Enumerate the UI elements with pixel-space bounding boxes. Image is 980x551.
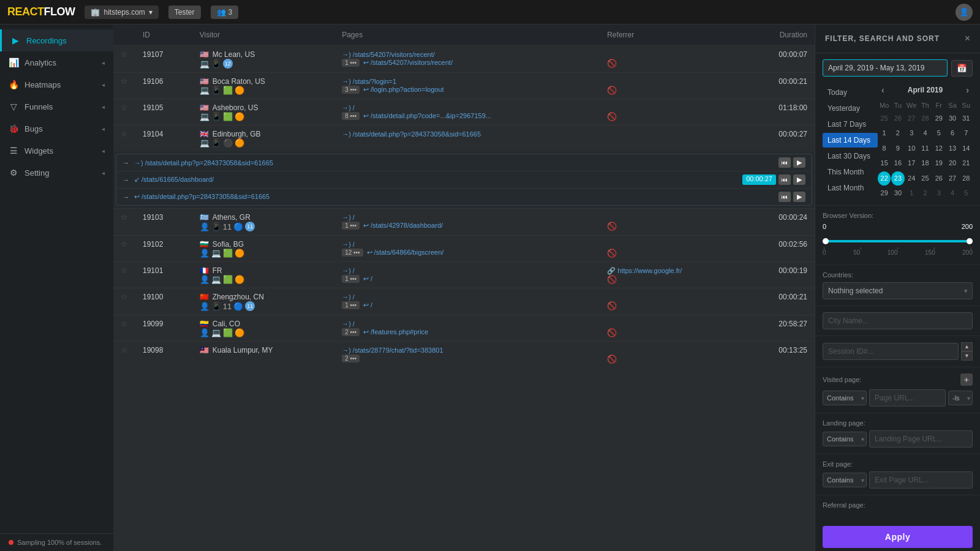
calendar-day-cell[interactable]: 1 xyxy=(905,186,918,200)
star-icon[interactable]: ☆ xyxy=(121,129,128,138)
calendar-day-cell[interactable]: 14 xyxy=(960,141,973,156)
calendar-day-cell[interactable]: 28 xyxy=(919,111,932,126)
sidebar-item-widgets[interactable]: ☰ Widgets ◂ xyxy=(0,140,113,162)
quick-date-last7[interactable]: Last 7 Days xyxy=(823,117,878,132)
star-icon[interactable]: ☆ xyxy=(121,266,128,275)
step-back-button[interactable]: ⏮ xyxy=(778,192,791,202)
table-container[interactable]: ID Visitor Pages Referrer Duration ☆ 191… xyxy=(113,24,815,551)
visited-page-url-input[interactable] xyxy=(869,389,946,407)
sidebar-item-heatmaps[interactable]: 🔥 Heatmaps ◂ xyxy=(0,73,113,96)
calendar-day-cell[interactable]: 10 xyxy=(905,141,918,156)
quick-date-last14[interactable]: Last 14 Days xyxy=(823,133,878,148)
quick-date-yesterday[interactable]: Yesterday xyxy=(823,101,878,116)
city-input[interactable] xyxy=(823,312,973,329)
site-selector[interactable]: 🏢 hitsteps.com ▾ xyxy=(85,6,158,19)
calendar-day-cell[interactable]: 16 xyxy=(891,156,904,170)
calendar-day-cell[interactable]: 21 xyxy=(960,156,973,170)
session-id-up-button[interactable]: ▲ xyxy=(961,342,973,351)
calendar-day-cell[interactable]: 24 xyxy=(905,171,918,186)
team-button[interactable]: 👥 3 xyxy=(211,6,239,19)
calendar-day-cell[interactable]: 8 xyxy=(878,141,891,156)
calendar-day-cell[interactable]: 31 xyxy=(960,111,973,126)
calendar-prev-button[interactable]: ‹ xyxy=(878,84,888,96)
sidebar-item-bugs[interactable]: 🐞 Bugs ◂ xyxy=(0,118,113,140)
calendar-day-cell[interactable]: 4 xyxy=(946,186,959,200)
calendar-day-cell[interactable]: 13 xyxy=(946,141,959,156)
step-back-button[interactable]: ⏮ xyxy=(778,174,791,185)
calendar-day-cell[interactable]: 20 xyxy=(946,156,959,170)
calendar-day-cell[interactable]: 2 xyxy=(891,126,904,140)
calendar-day-cell[interactable]: 3 xyxy=(905,126,918,140)
star-icon[interactable]: ☆ xyxy=(121,319,128,328)
calendar-day-cell[interactable]: 4 xyxy=(919,126,932,140)
date-range-input[interactable] xyxy=(823,59,948,77)
slider-container[interactable]: 0 50 100 150 200 xyxy=(823,233,973,258)
sidebar-item-setting[interactable]: ⚙ Setting ◂ xyxy=(0,162,113,184)
referrer-link[interactable]: 🔗 https://www.google.fr/ xyxy=(607,267,682,274)
calendar-day-cell[interactable]: 29 xyxy=(932,111,945,126)
sidebar-item-funnels[interactable]: ▽ Funnels ◂ xyxy=(0,96,113,118)
star-icon[interactable]: ☆ xyxy=(121,50,128,59)
calendar-day-cell[interactable]: 7 xyxy=(960,126,973,140)
calendar-day-cell[interactable]: 18 xyxy=(919,156,932,170)
calendar-day-cell[interactable]: 25 xyxy=(878,111,891,126)
calendar-day-cell[interactable]: 5 xyxy=(960,186,973,200)
calendar-toggle-button[interactable]: 📅 xyxy=(951,60,973,77)
slider-thumb-right[interactable] xyxy=(967,238,973,244)
landing-contains-select[interactable]: Contains xyxy=(823,432,867,446)
exit-contains-select[interactable]: Contains xyxy=(823,473,867,487)
star-icon[interactable]: ☆ xyxy=(121,345,128,354)
quick-date-lastmonth[interactable]: Last Month xyxy=(823,181,878,195)
visited-page-add-button[interactable]: + xyxy=(960,373,973,386)
calendar-day-cell[interactable]: 28 xyxy=(960,171,973,186)
calendar-day-cell[interactable]: 30 xyxy=(891,186,904,200)
user-avatar[interactable]: 👤 xyxy=(956,4,973,21)
star-icon[interactable]: ☆ xyxy=(121,103,128,112)
visited-contains-select[interactable]: Contains xyxy=(823,391,867,405)
play-button[interactable]: ▶ xyxy=(793,157,805,168)
calendar-day-cell[interactable]: 27 xyxy=(905,111,918,126)
calendar-day-cell[interactable]: 22 xyxy=(878,171,891,186)
exit-page-url-input[interactable] xyxy=(869,471,973,489)
calendar-day-cell[interactable]: 17 xyxy=(905,156,918,170)
star-icon[interactable]: ☆ xyxy=(121,212,128,222)
calendar-day-cell[interactable]: 2 xyxy=(919,186,932,200)
calendar-day-cell[interactable]: 26 xyxy=(932,171,945,186)
step-back-button[interactable]: ⏮ xyxy=(778,157,791,168)
calendar-day-cell[interactable]: 3 xyxy=(932,186,945,200)
sidebar-item-analytics[interactable]: 📊 Analytics ◂ xyxy=(0,51,113,73)
calendar-day-cell[interactable]: 30 xyxy=(946,111,959,126)
play-button[interactable]: ▶ xyxy=(793,192,805,202)
calendar-day-cell[interactable]: 29 xyxy=(878,186,891,200)
countries-select[interactable]: Nothing selected xyxy=(823,282,973,299)
session-id-down-button[interactable]: ▼ xyxy=(961,351,973,361)
calendar-day-cell[interactable]: 25 xyxy=(919,171,932,186)
star-icon[interactable]: ☆ xyxy=(121,239,128,249)
landing-page-url-input[interactable] xyxy=(869,430,973,448)
calendar-day-cell[interactable]: 1 xyxy=(878,126,891,140)
quick-date-thismonth[interactable]: This Month xyxy=(823,165,878,179)
session-id-input[interactable] xyxy=(823,343,959,360)
star-icon[interactable]: ☆ xyxy=(121,292,128,301)
calendar-day-cell[interactable]: 26 xyxy=(891,111,904,126)
calendar-next-button[interactable]: › xyxy=(962,84,973,96)
calendar-day-cell[interactable]: 11 xyxy=(919,141,932,156)
calendar-day-cell[interactable]: 9 xyxy=(891,141,904,156)
calendar-day-cell[interactable]: 15 xyxy=(878,156,891,170)
visited-flag-select[interactable]: -ls xyxy=(948,391,973,405)
calendar-day-cell[interactable]: 19 xyxy=(932,156,945,170)
sidebar-item-recordings[interactable]: ▶ Recordings xyxy=(0,29,113,51)
quick-date-today[interactable]: Today xyxy=(823,85,878,100)
calendar-day-cell[interactable]: 6 xyxy=(946,126,959,140)
play-button[interactable]: ▶ xyxy=(793,174,805,185)
calendar-day-cell[interactable]: 23 xyxy=(891,171,904,186)
apply-button[interactable]: Apply xyxy=(823,526,973,548)
star-icon[interactable]: ☆ xyxy=(121,77,128,86)
slider-thumb-left[interactable] xyxy=(823,238,829,244)
calendar-day-cell[interactable]: 12 xyxy=(932,141,945,156)
calendar-day-cell[interactable]: 5 xyxy=(932,126,945,140)
calendar-day-cell[interactable]: 27 xyxy=(946,171,959,186)
quick-date-last30[interactable]: Last 30 Days xyxy=(823,149,878,163)
user-button[interactable]: Tester xyxy=(168,6,201,19)
filter-close-button[interactable]: × xyxy=(965,33,970,44)
